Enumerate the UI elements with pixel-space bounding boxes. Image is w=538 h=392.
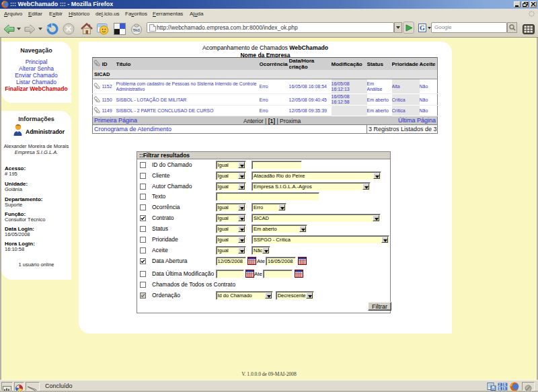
svg-text:G: G xyxy=(420,24,425,32)
svg-text:TAG: TAG xyxy=(132,28,140,32)
svg-text:S: S xyxy=(504,383,506,387)
svg-text:S: S xyxy=(499,387,501,391)
